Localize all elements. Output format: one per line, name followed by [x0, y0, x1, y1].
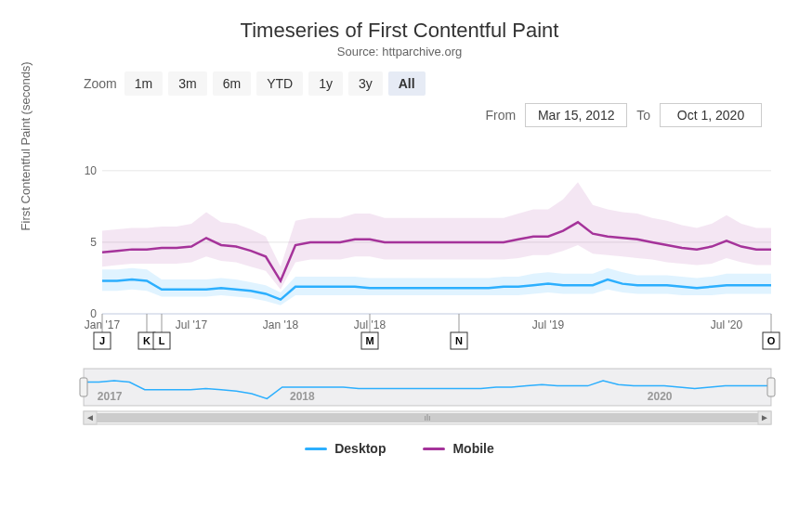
zoom-1m-button[interactable]: 1m: [124, 71, 163, 96]
svg-text:10: 10: [85, 164, 98, 177]
svg-text:J: J: [99, 335, 105, 346]
svg-text:ılı: ılı: [424, 413, 430, 422]
zoom-3m-button[interactable]: 3m: [168, 71, 206, 96]
chart-navigator[interactable]: 201720182020◄►ılı: [74, 365, 780, 430]
svg-text:2020: 2020: [648, 390, 673, 403]
legend-mobile[interactable]: Mobile: [423, 441, 493, 456]
from-label: From: [486, 108, 517, 123]
svg-text:Jul '20: Jul '20: [711, 318, 743, 331]
legend-desktop[interactable]: Desktop: [305, 441, 386, 456]
svg-text:Jul '19: Jul '19: [532, 318, 565, 331]
svg-text:Jul '17: Jul '17: [176, 318, 208, 331]
svg-text:2017: 2017: [98, 390, 123, 403]
zoom-all-button[interactable]: All: [388, 71, 426, 96]
chart-plot[interactable]: 0510Jan '17Jul '17Jan '18Jul '18Jul '19J…: [74, 133, 780, 365]
svg-text:►: ►: [760, 412, 769, 422]
svg-text:O: O: [767, 335, 776, 346]
svg-text:K: K: [143, 335, 151, 346]
zoom-3y-button[interactable]: 3y: [348, 71, 383, 96]
to-label: To: [636, 108, 650, 123]
svg-text:L: L: [159, 335, 165, 346]
zoom-controls: Zoom 1m 3m 6m YTD 1y 3y All: [28, 71, 771, 96]
navigator-handle-right[interactable]: [767, 378, 775, 396]
from-date-input[interactable]: Mar 15, 2012: [525, 103, 627, 127]
to-date-input[interactable]: Oct 1, 2020: [660, 103, 762, 127]
y-axis-label: First Contentful Paint (seconds): [19, 61, 33, 230]
zoom-ytd-button[interactable]: YTD: [256, 71, 303, 96]
chart-legend: Desktop Mobile: [28, 441, 771, 456]
date-range-controls: From Mar 15, 2012 To Oct 1, 2020: [28, 103, 771, 127]
zoom-6m-button[interactable]: 6m: [213, 71, 251, 96]
svg-text:2018: 2018: [290, 390, 315, 403]
svg-text:M: M: [365, 335, 373, 346]
svg-text:N: N: [455, 335, 463, 346]
navigator-handle-left[interactable]: [80, 378, 87, 396]
chart-subtitle: Source: httparchive.org: [28, 45, 771, 58]
chart-title: Timeseries of First Contentful Paint: [28, 19, 771, 43]
legend-mobile-swatch: [423, 448, 445, 450]
svg-text:5: 5: [90, 236, 97, 249]
zoom-label: Zoom: [84, 76, 117, 91]
legend-mobile-label: Mobile: [452, 441, 493, 456]
svg-text:◄: ◄: [85, 412, 95, 422]
svg-text:Jan '18: Jan '18: [263, 318, 299, 331]
zoom-1y-button[interactable]: 1y: [308, 71, 343, 96]
legend-desktop-label: Desktop: [334, 441, 386, 456]
legend-desktop-swatch: [305, 448, 327, 450]
